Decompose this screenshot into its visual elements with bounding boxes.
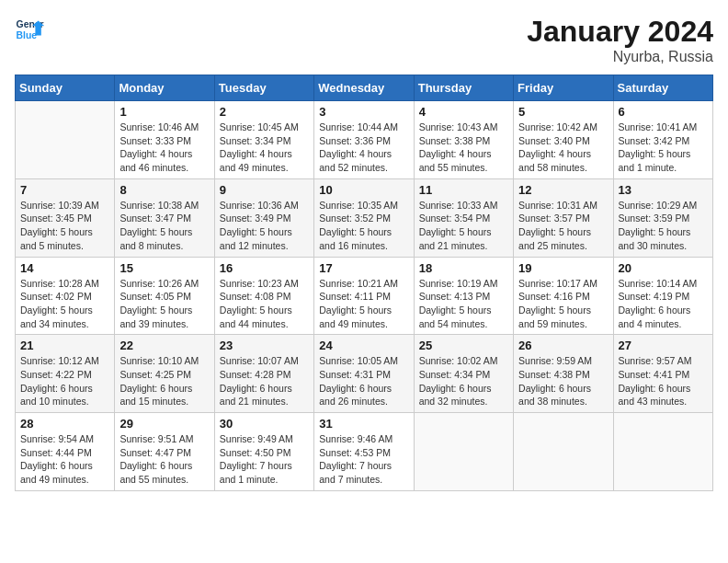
calendar-cell bbox=[514, 413, 613, 491]
weekday-tuesday: Tuesday bbox=[214, 75, 313, 101]
weekday-friday: Friday bbox=[514, 75, 613, 101]
day-info: Sunrise: 10:17 AM Sunset: 4:16 PM Daylig… bbox=[518, 277, 608, 331]
calendar-cell: 23Sunrise: 10:07 AM Sunset: 4:28 PM Dayl… bbox=[214, 335, 313, 413]
location-title: Nyurba, Russia bbox=[527, 49, 713, 65]
day-info: Sunrise: 10:05 AM Sunset: 4:31 PM Daylig… bbox=[319, 354, 408, 408]
day-info: Sunrise: 10:39 AM Sunset: 3:45 PM Daylig… bbox=[20, 199, 109, 253]
calendar-cell: 26Sunrise: 9:59 AM Sunset: 4:38 PM Dayli… bbox=[514, 335, 613, 413]
day-info: Sunrise: 9:54 AM Sunset: 4:44 PM Dayligh… bbox=[20, 432, 109, 487]
calendar-cell: 5Sunrise: 10:42 AM Sunset: 3:40 PM Dayli… bbox=[514, 101, 613, 179]
day-number: 24 bbox=[319, 339, 408, 352]
calendar-body: 1Sunrise: 10:46 AM Sunset: 3:33 PM Dayli… bbox=[16, 101, 713, 491]
day-info: Sunrise: 10:07 AM Sunset: 4:28 PM Daylig… bbox=[220, 354, 309, 408]
day-info: Sunrise: 10:19 AM Sunset: 4:13 PM Daylig… bbox=[419, 277, 508, 331]
day-number: 18 bbox=[419, 261, 508, 275]
day-info: Sunrise: 9:46 AM Sunset: 4:53 PM Dayligh… bbox=[319, 432, 408, 487]
calendar-cell: 4Sunrise: 10:43 AM Sunset: 3:38 PM Dayli… bbox=[414, 101, 513, 179]
day-info: Sunrise: 10:35 AM Sunset: 3:52 PM Daylig… bbox=[319, 199, 408, 253]
day-info: Sunrise: 10:43 AM Sunset: 3:38 PM Daylig… bbox=[419, 121, 508, 175]
calendar-cell: 8Sunrise: 10:38 AM Sunset: 3:47 PM Dayli… bbox=[115, 178, 214, 257]
day-number: 10 bbox=[319, 183, 408, 197]
day-info: Sunrise: 10:21 AM Sunset: 4:11 PM Daylig… bbox=[319, 277, 408, 331]
calendar-header: SundayMondayTuesdayWednesdayThursdayFrid… bbox=[16, 75, 713, 101]
weekday-header-row: SundayMondayTuesdayWednesdayThursdayFrid… bbox=[16, 75, 713, 101]
day-number: 3 bbox=[319, 105, 408, 119]
calendar-cell: 30Sunrise: 9:49 AM Sunset: 4:50 PM Dayli… bbox=[214, 413, 313, 491]
week-row-4: 21Sunrise: 10:12 AM Sunset: 4:22 PM Dayl… bbox=[16, 335, 713, 413]
day-info: Sunrise: 10:41 AM Sunset: 3:42 PM Daylig… bbox=[619, 121, 708, 175]
day-number: 4 bbox=[419, 105, 508, 119]
day-number: 1 bbox=[119, 105, 209, 119]
day-info: Sunrise: 10:45 AM Sunset: 3:34 PM Daylig… bbox=[220, 121, 309, 175]
calendar-cell: 24Sunrise: 10:05 AM Sunset: 4:31 PM Dayl… bbox=[314, 335, 414, 413]
calendar-cell: 22Sunrise: 10:10 AM Sunset: 4:25 PM Dayl… bbox=[115, 335, 214, 413]
weekday-thursday: Thursday bbox=[414, 75, 513, 101]
month-title: January 2024 bbox=[527, 15, 713, 49]
calendar-cell: 29Sunrise: 9:51 AM Sunset: 4:47 PM Dayli… bbox=[115, 413, 214, 491]
title-area: January 2024 Nyurba, Russia bbox=[527, 15, 713, 65]
day-number: 16 bbox=[220, 261, 309, 275]
day-info: Sunrise: 10:31 AM Sunset: 3:57 PM Daylig… bbox=[518, 199, 608, 253]
page-header: General Blue January 2024 Nyurba, Russia bbox=[15, 15, 713, 65]
week-row-2: 7Sunrise: 10:39 AM Sunset: 3:45 PM Dayli… bbox=[16, 178, 713, 257]
calendar-cell: 3Sunrise: 10:44 AM Sunset: 3:36 PM Dayli… bbox=[314, 101, 414, 179]
calendar-cell bbox=[414, 413, 513, 491]
day-info: Sunrise: 10:33 AM Sunset: 3:54 PM Daylig… bbox=[419, 199, 508, 253]
day-info: Sunrise: 10:38 AM Sunset: 3:47 PM Daylig… bbox=[119, 199, 209, 253]
day-number: 31 bbox=[319, 417, 408, 431]
week-row-5: 28Sunrise: 9:54 AM Sunset: 4:44 PM Dayli… bbox=[16, 413, 713, 491]
day-number: 2 bbox=[220, 105, 309, 119]
day-number: 30 bbox=[220, 417, 309, 431]
day-info: Sunrise: 10:42 AM Sunset: 3:40 PM Daylig… bbox=[518, 121, 608, 175]
calendar-cell: 13Sunrise: 10:29 AM Sunset: 3:59 PM Dayl… bbox=[613, 178, 712, 257]
day-info: Sunrise: 10:46 AM Sunset: 3:33 PM Daylig… bbox=[119, 121, 209, 175]
calendar-cell: 19Sunrise: 10:17 AM Sunset: 4:16 PM Dayl… bbox=[514, 257, 613, 335]
calendar-cell: 1Sunrise: 10:46 AM Sunset: 3:33 PM Dayli… bbox=[115, 101, 214, 179]
day-number: 26 bbox=[518, 339, 608, 352]
calendar-cell bbox=[16, 101, 115, 179]
day-info: Sunrise: 10:29 AM Sunset: 3:59 PM Daylig… bbox=[619, 199, 708, 253]
logo: General Blue bbox=[15, 15, 44, 44]
day-info: Sunrise: 10:14 AM Sunset: 4:19 PM Daylig… bbox=[619, 277, 708, 331]
calendar-cell: 2Sunrise: 10:45 AM Sunset: 3:34 PM Dayli… bbox=[214, 101, 313, 179]
day-info: Sunrise: 10:23 AM Sunset: 4:08 PM Daylig… bbox=[220, 277, 309, 331]
day-number: 22 bbox=[119, 339, 209, 352]
day-number: 15 bbox=[119, 261, 209, 275]
day-number: 23 bbox=[220, 339, 309, 352]
logo-icon: General Blue bbox=[15, 15, 44, 44]
svg-text:Blue: Blue bbox=[17, 30, 38, 40]
calendar-cell: 21Sunrise: 10:12 AM Sunset: 4:22 PM Dayl… bbox=[16, 335, 115, 413]
day-number: 5 bbox=[518, 105, 608, 119]
day-info: Sunrise: 10:10 AM Sunset: 4:25 PM Daylig… bbox=[119, 354, 209, 408]
day-number: 8 bbox=[119, 183, 209, 197]
calendar-cell: 12Sunrise: 10:31 AM Sunset: 3:57 PM Dayl… bbox=[514, 178, 613, 257]
day-number: 6 bbox=[619, 105, 708, 119]
day-number: 7 bbox=[20, 183, 109, 197]
calendar-cell bbox=[613, 413, 712, 491]
calendar-cell: 25Sunrise: 10:02 AM Sunset: 4:34 PM Dayl… bbox=[414, 335, 513, 413]
day-info: Sunrise: 9:59 AM Sunset: 4:38 PM Dayligh… bbox=[518, 354, 608, 408]
day-info: Sunrise: 10:36 AM Sunset: 3:49 PM Daylig… bbox=[220, 199, 309, 253]
day-info: Sunrise: 10:28 AM Sunset: 4:02 PM Daylig… bbox=[20, 277, 109, 331]
day-number: 29 bbox=[119, 417, 209, 431]
calendar-cell: 14Sunrise: 10:28 AM Sunset: 4:02 PM Dayl… bbox=[16, 257, 115, 335]
calendar-cell: 7Sunrise: 10:39 AM Sunset: 3:45 PM Dayli… bbox=[16, 178, 115, 257]
day-number: 21 bbox=[20, 339, 109, 352]
day-info: Sunrise: 9:57 AM Sunset: 4:41 PM Dayligh… bbox=[619, 354, 708, 408]
weekday-sunday: Sunday bbox=[16, 75, 115, 101]
weekday-monday: Monday bbox=[115, 75, 214, 101]
week-row-1: 1Sunrise: 10:46 AM Sunset: 3:33 PM Dayli… bbox=[16, 101, 713, 179]
calendar-table: SundayMondayTuesdayWednesdayThursdayFrid… bbox=[15, 75, 713, 491]
calendar-cell: 10Sunrise: 10:35 AM Sunset: 3:52 PM Dayl… bbox=[314, 178, 414, 257]
day-number: 20 bbox=[619, 261, 708, 275]
day-info: Sunrise: 9:51 AM Sunset: 4:47 PM Dayligh… bbox=[119, 432, 209, 487]
weekday-saturday: Saturday bbox=[613, 75, 712, 101]
day-number: 25 bbox=[419, 339, 508, 352]
calendar-cell: 6Sunrise: 10:41 AM Sunset: 3:42 PM Dayli… bbox=[613, 101, 712, 179]
day-number: 27 bbox=[619, 339, 708, 352]
calendar-cell: 16Sunrise: 10:23 AM Sunset: 4:08 PM Dayl… bbox=[214, 257, 313, 335]
day-number: 11 bbox=[419, 183, 508, 197]
day-number: 9 bbox=[220, 183, 309, 197]
day-info: Sunrise: 9:49 AM Sunset: 4:50 PM Dayligh… bbox=[220, 432, 309, 487]
day-number: 14 bbox=[20, 261, 109, 275]
